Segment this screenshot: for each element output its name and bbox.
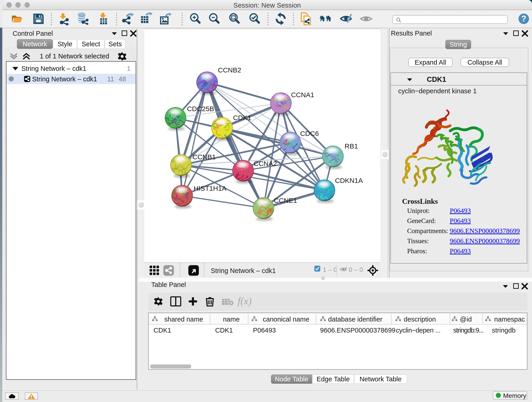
svg-text:CCNE1: CCNE1 [274, 197, 297, 204]
svg-text:CCNB2: CCNB2 [218, 66, 241, 74]
svg-text:CDC25B: CDC25B [187, 105, 214, 113]
svg-text:RB1: RB1 [345, 142, 358, 150]
svg-text:CDKN1A: CDKN1A [335, 177, 363, 184]
svg-text:CCNA1: CCNA1 [291, 91, 314, 99]
svg-text:CDK1: CDK1 [233, 114, 251, 121]
svg-text:CDC6: CDC6 [300, 130, 319, 137]
svg-text:CCNA2: CCNA2 [254, 160, 277, 167]
svg-text:HIST1H1A: HIST1H1A [194, 185, 226, 192]
svg-text:CCNB1: CCNB1 [192, 153, 216, 161]
svg-text:?: ? [521, 14, 526, 23]
